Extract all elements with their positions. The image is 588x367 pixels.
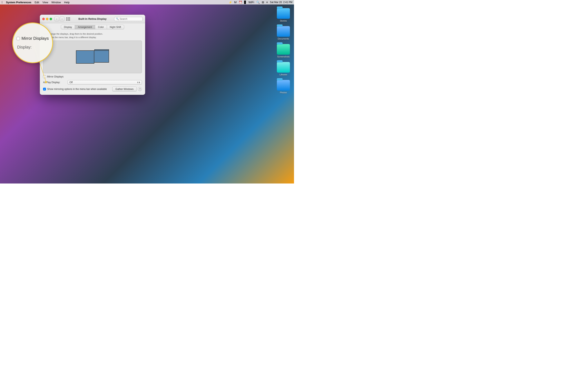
maximize-button[interactable]	[50, 18, 52, 20]
nav-buttons: ‹ ›	[54, 17, 64, 21]
desktop-icon-screenshots[interactable]: Screenshots	[277, 44, 290, 58]
folder-label-lifewire: Lifewire	[279, 73, 287, 76]
folder-label-photos: Photos	[280, 91, 287, 94]
datetime-display: Sat Mar 20 2:41 PM	[270, 1, 292, 4]
menubar:  System Preferences Edit View Window He…	[0, 0, 294, 4]
wifi-icon: WiFi	[249, 1, 254, 4]
folder-label-stories: Stories	[280, 20, 287, 22]
show-mirroring-label: Show mirroring options in the menu bar w…	[47, 88, 111, 91]
folder-label-documents: Documents	[278, 38, 289, 40]
monitor-secondary[interactable]	[94, 50, 109, 63]
tab-bar: Display Arrangement Color Night Shift	[40, 23, 145, 31]
window-title: Built-in Retina Display	[78, 17, 107, 20]
title-bar: ‹ › Built-in Retina Display 🔍	[40, 15, 145, 23]
gather-windows-button[interactable]: Gather Windows	[112, 87, 137, 92]
menu-edit[interactable]: Edit	[35, 1, 39, 4]
tab-night-shift[interactable]: Night Shift	[107, 25, 124, 29]
folder-icon-stories	[277, 8, 290, 19]
magnify-circle: Mirror Displays Display:	[12, 22, 53, 63]
tab-display[interactable]: Display	[61, 25, 75, 29]
search-input[interactable]	[120, 17, 141, 20]
content-area: To rearrange the displays, drag them to …	[40, 31, 145, 95]
airplay-label: AirPlay Display:	[43, 81, 68, 84]
display-monitors	[76, 50, 109, 64]
folder-icon-screenshots	[277, 44, 290, 55]
airplay-row: AirPlay Display: Off On ⬆⬇	[43, 80, 142, 85]
forward-button[interactable]: ›	[60, 17, 64, 21]
desktop-icon-stories[interactable]: Stories	[277, 8, 290, 22]
back-button[interactable]: ‹	[54, 17, 59, 21]
airplay-select-wrapper: Off On ⬆⬇	[68, 80, 142, 85]
monitor-main[interactable]	[76, 50, 94, 64]
folder-icon-photos	[277, 80, 290, 91]
menu-help[interactable]: Help	[64, 1, 70, 4]
search-icon: 🔍	[116, 17, 119, 20]
tab-color[interactable]: Color	[95, 25, 107, 29]
gmail-icon: M	[234, 1, 237, 4]
mirror-row: Mirror Displays	[43, 75, 142, 78]
show-mirroring-checkbox[interactable]	[43, 88, 46, 91]
menu-view[interactable]: View	[43, 1, 48, 4]
folder-icon-documents	[277, 26, 290, 37]
menu-window[interactable]: Window	[52, 1, 61, 4]
search-box[interactable]: 🔍	[114, 17, 143, 21]
notification-icon[interactable]: ≡	[266, 1, 268, 4]
desktop-icon-documents[interactable]: Documents	[277, 26, 290, 40]
desktop-icon-photos[interactable]: Photos	[277, 80, 290, 94]
magnify-mirror-label: Mirror Displays	[21, 36, 49, 41]
description-text: To rearrange the displays, drag them to …	[43, 32, 142, 39]
folder-icon-lifewire	[277, 62, 290, 73]
search-menubar-icon[interactable]: 🔍	[256, 1, 260, 4]
kastro-icon: ⚡	[229, 1, 232, 4]
desktop-icons: Stories Documents Screenshots Lifewire P…	[277, 8, 290, 94]
minimize-button[interactable]	[46, 18, 48, 20]
magnify-content: Mirror Displays	[12, 36, 53, 41]
menu-system-preferences[interactable]: System Preferences	[6, 1, 31, 4]
tab-arrangement[interactable]: Arrangement	[75, 25, 95, 29]
mirror-displays-checkbox[interactable]	[43, 75, 46, 78]
help-button[interactable]: ?	[138, 87, 142, 91]
mirror-displays-label: Mirror Displays	[47, 75, 63, 78]
menubar-left:  System Preferences Edit View Window He…	[2, 1, 70, 4]
sys-pref-window: ‹ › Built-in Retina Display 🔍 Display Ar…	[40, 15, 145, 95]
traffic-lights	[42, 18, 52, 20]
close-button[interactable]	[42, 18, 45, 20]
desktop-icon-lifewire[interactable]: Lifewire	[277, 62, 290, 76]
grid-button[interactable]	[66, 17, 70, 21]
magnify-display-label: Display:	[17, 45, 32, 50]
desktop:  System Preferences Edit View Window He…	[0, 0, 294, 184]
display-arrangement[interactable]	[43, 41, 142, 73]
apple-menu[interactable]: 	[2, 1, 3, 4]
description-line1: To rearrange the displays, drag them to …	[43, 32, 142, 36]
magnify-checkbox	[17, 37, 20, 40]
monitor-secondary-wrapper	[94, 50, 109, 64]
clock-icon: ⏰	[239, 1, 242, 4]
menubar-right: ⚡ M ⏰ ▊ WiFi 🔍 ⊞ ≡ Sat Mar 20 2:41 PM	[229, 1, 292, 4]
folder-label-screenshots: Screenshots	[277, 55, 290, 58]
show-mirroring-row: Show mirroring options in the menu bar w…	[43, 87, 142, 92]
controlcenter-icon[interactable]: ⊞	[262, 1, 264, 4]
airplay-select[interactable]: Off On	[68, 80, 142, 85]
battery-icon: ▊	[244, 1, 246, 4]
description-line2: To relocate the menu bar, drag it to a d…	[43, 36, 142, 39]
grid-icon	[66, 17, 70, 21]
